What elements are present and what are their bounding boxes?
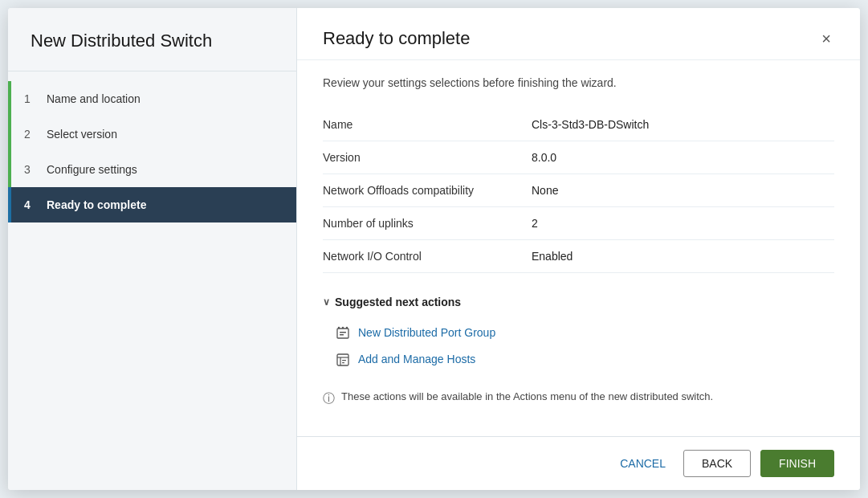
main-header: Ready to complete × [297, 8, 860, 60]
table-row: Network Offloads compatibility None [323, 174, 834, 207]
svg-point-3 [338, 327, 340, 329]
subtitle: Review your settings selections before f… [323, 76, 834, 89]
sidebar-step-3: 3 Configure settings [8, 152, 296, 187]
setting-value: 2 [532, 207, 834, 240]
info-text: These actions will be available in the A… [341, 389, 713, 405]
sidebar-step-1: 1 Name and location [8, 81, 296, 116]
sidebar-step-4: 4 Ready to complete [8, 187, 296, 222]
chevron-down-icon: ∨ [323, 296, 330, 308]
suggested-item[interactable]: Add and Manage Hosts [323, 346, 834, 373]
suggested-items-list: New Distributed Port Group Add and Manag… [323, 320, 834, 373]
suggested-item-icon [336, 325, 350, 341]
sidebar-title: New Distributed Switch [8, 8, 296, 71]
svg-point-5 [346, 327, 348, 329]
finish-button[interactable]: FINISH [760, 450, 834, 477]
step-label: Ready to complete [47, 198, 146, 211]
step-label: Select version [47, 128, 117, 141]
step-indicator [8, 116, 11, 152]
step-number: 2 [24, 128, 47, 141]
main-footer: CANCEL BACK FINISH [297, 436, 860, 490]
sidebar: New Distributed Switch 1 Name and locati… [8, 8, 297, 490]
sidebar-step-2: 2 Select version [8, 116, 296, 152]
suggested-section: ∨ Suggested next actions New Distributed… [323, 296, 834, 373]
svg-rect-0 [337, 329, 348, 338]
dialog: New Distributed Switch 1 Name and locati… [8, 8, 860, 490]
back-button[interactable]: BACK [683, 450, 751, 477]
table-row: Number of uplinks 2 [323, 207, 834, 240]
svg-rect-1 [340, 332, 346, 333]
cancel-button[interactable]: CANCEL [612, 451, 674, 476]
svg-rect-10 [342, 362, 344, 363]
step-indicator [8, 81, 11, 116]
info-note: ⓘ These actions will be available in the… [323, 389, 834, 408]
suggested-item-label: Add and Manage Hosts [358, 353, 475, 365]
table-row: Version 8.0.0 [323, 141, 834, 174]
setting-label: Name [323, 108, 532, 141]
setting-label: Network Offloads compatibility [323, 174, 532, 207]
setting-value: Enabled [532, 240, 834, 273]
setting-value: None [532, 174, 834, 207]
svg-point-4 [342, 327, 344, 329]
close-button[interactable]: × [818, 27, 834, 50]
step-indicator [8, 152, 11, 187]
sidebar-steps: 1 Name and location 2 Select version 3 C… [8, 71, 296, 232]
suggested-item-icon [336, 352, 350, 367]
main-panel: Ready to complete × Review your settings… [297, 8, 860, 490]
settings-table: Name Cls-3-Std3-DB-DSwitch Version 8.0.0… [323, 108, 834, 273]
main-body: Review your settings selections before f… [297, 60, 860, 436]
step-label: Configure settings [47, 163, 137, 176]
svg-rect-9 [342, 360, 346, 361]
page-title: Ready to complete [323, 28, 470, 49]
step-label: Name and location [47, 92, 141, 105]
setting-value: Cls-3-Std3-DB-DSwitch [532, 108, 834, 141]
info-icon: ⓘ [323, 390, 335, 408]
step-number: 4 [24, 198, 47, 211]
suggested-label: Suggested next actions [335, 296, 461, 308]
suggested-item[interactable]: New Distributed Port Group [323, 320, 834, 346]
setting-label: Version [323, 141, 532, 174]
setting-label: Network I/O Control [323, 240, 532, 273]
svg-rect-2 [340, 334, 344, 336]
step-number: 1 [24, 92, 47, 105]
table-row: Name Cls-3-Std3-DB-DSwitch [323, 108, 834, 141]
step-number: 3 [24, 163, 47, 176]
setting-label: Number of uplinks [323, 207, 532, 240]
suggested-header[interactable]: ∨ Suggested next actions [323, 296, 834, 308]
suggested-item-label: New Distributed Port Group [358, 326, 495, 339]
step-indicator [8, 187, 11, 222]
setting-value: 8.0.0 [532, 141, 834, 174]
table-row: Network I/O Control Enabled [323, 240, 834, 273]
